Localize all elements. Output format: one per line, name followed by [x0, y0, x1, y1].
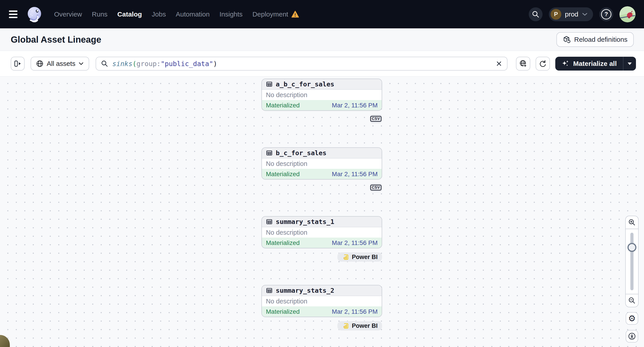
kind-tag-powerbi[interactable]: Power BI — [338, 252, 382, 262]
asset-status: Materialized — [266, 308, 300, 315]
dagster-logo[interactable] — [26, 6, 43, 23]
help-button[interactable]: ? — [599, 7, 613, 21]
nav-item-deployment[interactable]: Deployment — [252, 10, 288, 18]
asset-node-summary-stats-1[interactable]: summary_stats_1 No description Materiali… — [262, 216, 382, 248]
asset-materialization-time[interactable]: Mar 2, 11:56 PM — [332, 171, 378, 178]
sparkles-icon — [562, 60, 569, 67]
main-nav-items: Overview Runs Catalog Jobs Automation In… — [54, 10, 299, 18]
asset-tags-row: CSV — [262, 183, 382, 192]
environment-initial-badge: P — [550, 9, 561, 20]
refresh-graph-button[interactable] — [536, 57, 550, 70]
asset-tags-row: Power BI — [262, 321, 382, 331]
asset-materialization-time[interactable]: Mar 2, 11:56 PM — [332, 308, 378, 315]
asset-name: b_c_for_sales — [276, 149, 326, 157]
asset-node-a-b-c-for-sales[interactable]: a_b_c_for_sales No description Materiali… — [262, 79, 382, 111]
download-graph-button[interactable] — [626, 330, 638, 343]
nav-item-overview[interactable]: Overview — [54, 10, 82, 18]
top-nav: Overview Runs Catalog Jobs Automation In… — [0, 0, 644, 28]
lineage-toolbar: All assets sinks(group:"public_data") — [0, 51, 644, 77]
powerbi-icon — [342, 322, 349, 329]
nav-right-cluster: P prod ? — [529, 6, 636, 22]
asset-node-summary-stats-2[interactable]: summary_stats_2 No description Materiali… — [262, 285, 382, 317]
asset-status: Materialized — [266, 239, 300, 247]
search-icon — [101, 60, 108, 67]
nav-item-jobs[interactable]: Jobs — [152, 10, 166, 18]
caret-down-icon — [628, 62, 632, 65]
panel-expand-icon — [14, 59, 22, 68]
refresh-icon — [539, 60, 547, 68]
corner-easter-egg[interactable] — [0, 335, 10, 347]
asset-status: Materialized — [266, 171, 300, 178]
asset-materialization-time[interactable]: Mar 2, 11:56 PM — [332, 239, 378, 247]
table-icon — [266, 81, 272, 87]
zoom-slider-track[interactable] — [630, 233, 634, 290]
environment-switcher[interactable]: P prod — [549, 7, 593, 21]
asset-description: No description — [266, 229, 307, 236]
materialize-options-button[interactable] — [623, 57, 636, 70]
chevron-down-icon — [78, 62, 84, 65]
asset-search-input[interactable]: sinks(group:"public_data") — [96, 57, 508, 70]
asset-node-b-c-for-sales[interactable]: b_c_for_sales No description Materialize… — [262, 147, 382, 180]
zoom-slider[interactable] — [626, 229, 638, 294]
search-query-text: sinks(group:"public_data") — [112, 60, 217, 68]
lineage-canvas[interactable]: a_b_c_for_sales No description Materiali… — [0, 77, 644, 347]
powerbi-icon — [342, 253, 349, 261]
powerbi-tag-label: Power BI — [352, 254, 378, 261]
graph-settings-button[interactable]: ⚙ — [626, 312, 638, 325]
nav-item-catalog[interactable]: Catalog — [117, 10, 142, 18]
asset-description: No description — [266, 91, 307, 99]
materialize-all-button[interactable]: Materialize all — [555, 57, 623, 70]
chevron-down-icon — [582, 12, 588, 16]
global-search-button[interactable] — [529, 7, 542, 21]
kind-tag-csv[interactable]: CSV — [370, 183, 382, 192]
kind-tag-powerbi[interactable]: Power BI — [338, 321, 382, 331]
zoom-in-button[interactable] — [626, 216, 638, 229]
graph-scope-button[interactable] — [516, 57, 530, 70]
asset-description: No description — [266, 298, 307, 305]
page-title: Global Asset Lineage — [11, 35, 101, 45]
table-icon — [266, 218, 272, 225]
deployment-warning-icon — [292, 11, 299, 18]
gear-icon: ⚙ — [628, 314, 636, 323]
open-side-panel-button[interactable] — [11, 57, 24, 70]
zoom-out-button[interactable] — [626, 294, 638, 307]
asset-name: a_b_c_for_sales — [276, 80, 334, 88]
zoom-control-group — [625, 216, 639, 307]
asset-tags-row: Power BI — [262, 252, 382, 262]
nav-item-insights[interactable]: Insights — [220, 10, 242, 18]
asset-scope-dropdown[interactable]: All assets — [30, 57, 89, 70]
hamburger-menu-icon[interactable] — [9, 8, 20, 20]
asset-scope-label: All assets — [47, 60, 75, 67]
zoom-in-icon — [628, 219, 636, 226]
table-icon — [266, 150, 272, 156]
environment-name: prod — [565, 10, 578, 18]
kind-tag-csv[interactable]: CSV — [370, 114, 382, 123]
asset-description: No description — [266, 160, 307, 167]
globe-icon — [36, 60, 44, 67]
nav-item-deployment-wrap[interactable]: Deployment — [252, 10, 299, 18]
user-avatar[interactable] — [620, 6, 636, 22]
table-icon — [266, 287, 272, 294]
asset-materialization-time[interactable]: Mar 2, 11:56 PM — [332, 102, 378, 109]
asset-name: summary_stats_1 — [276, 218, 334, 226]
asset-tags-row: CSV — [262, 114, 382, 123]
reload-cube-icon — [563, 35, 571, 43]
materialize-all-split-button: Materialize all — [555, 57, 636, 70]
csv-icon: CSV — [370, 185, 382, 191]
clear-search-button[interactable] — [496, 60, 502, 67]
page-header: Global Asset Lineage Reload definitions — [0, 28, 644, 51]
materialize-all-label: Materialize all — [573, 60, 617, 67]
reload-definitions-button[interactable]: Reload definitions — [556, 32, 634, 47]
search-icon — [532, 10, 540, 18]
download-icon — [628, 332, 636, 340]
asset-name: summary_stats_2 — [276, 287, 334, 294]
nav-item-runs[interactable]: Runs — [92, 10, 108, 18]
zoom-out-icon — [628, 297, 636, 304]
reload-definitions-label: Reload definitions — [574, 36, 628, 43]
powerbi-tag-label: Power BI — [352, 323, 378, 329]
globe-plus-icon — [519, 59, 527, 68]
zoom-slider-thumb[interactable] — [628, 243, 636, 252]
csv-icon: CSV — [370, 116, 382, 122]
nav-item-automation[interactable]: Automation — [176, 10, 210, 18]
help-icon: ? — [601, 9, 612, 19]
